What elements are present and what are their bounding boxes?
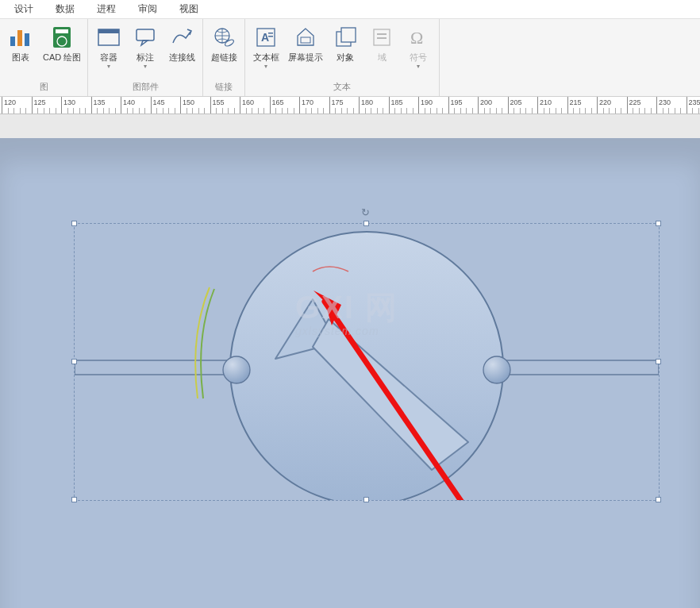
svg-rect-17: [341, 28, 356, 42]
ruler-tick: 195: [448, 97, 449, 114]
tab-review[interactable]: 审阅: [127, 0, 168, 19]
callout-button[interactable]: 标注 ▾: [129, 22, 161, 71]
ruler-tick: 205: [508, 97, 509, 114]
callout-icon: [132, 24, 159, 51]
symbol-button[interactable]: Ω 符号 ▾: [402, 22, 434, 71]
resize-handle-br[interactable]: [656, 497, 661, 502]
cad-label: CAD 绘图: [43, 52, 81, 62]
ruler-tick: 170: [299, 97, 300, 114]
svg-rect-13: [268, 33, 273, 34]
svg-rect-8: [137, 29, 154, 40]
object-button[interactable]: 对象: [329, 22, 361, 63]
ruler-tick: 180: [359, 97, 360, 114]
ruler-tick: 155: [210, 97, 211, 114]
container-label: 容器: [100, 52, 117, 62]
chevron-down-icon: ▾: [144, 63, 147, 70]
ruler-tick: 185: [389, 97, 390, 114]
connector-icon: [168, 24, 195, 51]
svg-text:Ω: Ω: [410, 28, 423, 48]
ruler-tick: 225: [627, 97, 628, 114]
textbox-icon: A: [252, 24, 279, 51]
tab-process[interactable]: 进程: [86, 0, 127, 19]
chevron-down-icon: ▾: [264, 63, 267, 70]
svg-rect-19: [377, 33, 387, 35]
ruler-tick: 130: [61, 97, 62, 114]
symbol-label: 符号: [410, 52, 427, 62]
ruler-tick: 190: [418, 97, 419, 114]
ribbon-group-parts: 容器 ▾ 标注 ▾ 连接线 图部件: [88, 19, 203, 96]
cad-icon: [48, 24, 75, 51]
chevron-down-icon: ▾: [107, 63, 110, 70]
field-icon: [368, 24, 395, 51]
chart-icon: [7, 24, 34, 51]
ruler-tick: 165: [270, 97, 271, 114]
screentip-button[interactable]: 屏幕提示: [287, 22, 325, 63]
connector-label: 连接线: [169, 52, 195, 62]
callout-label: 标注: [137, 52, 154, 62]
textbox-label: 文本框: [253, 52, 279, 62]
ribbon-group-diagram: 图表 CAD 绘图 图: [0, 19, 88, 96]
tab-view[interactable]: 视图: [168, 0, 210, 19]
hyperlink-label: 超链接: [211, 52, 237, 62]
cad-button[interactable]: CAD 绘图: [41, 22, 83, 63]
ruler-tick: 145: [151, 97, 152, 114]
ribbon-group-text-title: 文本: [250, 81, 434, 94]
resize-handle-ml[interactable]: [71, 359, 77, 364]
tab-data[interactable]: 数据: [44, 0, 86, 19]
tab-design[interactable]: 设计: [3, 0, 44, 19]
connector-button[interactable]: 连接线: [166, 22, 198, 63]
svg-rect-14: [268, 36, 273, 37]
screentip-label: 屏幕提示: [288, 52, 323, 62]
ribbon-group-link: 超链接 链接: [203, 19, 245, 96]
ruler-tick: 150: [180, 97, 181, 114]
canvas-area[interactable]: GXI 网 gxlsystem.com ↻: [0, 114, 700, 608]
object-label: 对象: [337, 52, 354, 62]
svg-rect-0: [10, 37, 15, 46]
svg-rect-1: [17, 30, 22, 46]
resize-handle-tr[interactable]: [656, 221, 661, 226]
resize-handle-bm[interactable]: [363, 497, 369, 502]
svg-rect-15: [301, 37, 310, 43]
chevron-down-icon: ▾: [417, 63, 420, 70]
ruler-tick: 175: [329, 97, 330, 114]
ruler-tick: 235: [687, 97, 687, 114]
ribbon-group-text: A 文本框 ▾ 屏幕提示 对象 域: [245, 19, 440, 96]
container-button[interactable]: 容器 ▾: [93, 22, 125, 71]
object-icon: [332, 24, 359, 51]
resize-handle-tl[interactable]: [71, 221, 77, 226]
ruler-tick: 220: [597, 97, 598, 114]
ruler-tick: 140: [121, 97, 121, 114]
horizontal-ruler[interactable]: 1201251301351401451501551601651701751801…: [0, 97, 700, 114]
field-label: 域: [378, 52, 387, 62]
ruler-tick: 200: [478, 97, 479, 114]
ribbon-group-parts-title: 图部件: [93, 81, 198, 94]
container-icon: [95, 24, 122, 51]
hyperlink-button[interactable]: 超链接: [208, 22, 240, 63]
svg-rect-2: [25, 33, 29, 46]
chart-button[interactable]: 图表: [5, 22, 37, 63]
svg-rect-7: [98, 29, 119, 33]
ruler-tick: 120: [2, 97, 2, 114]
svg-rect-4: [56, 29, 68, 33]
field-button[interactable]: 域: [366, 22, 398, 63]
globe-link-icon: [210, 24, 237, 51]
ribbon: 图表 CAD 绘图 图 容器 ▾: [0, 19, 700, 97]
menu-tabs: 设计 数据 进程 审阅 视图: [0, 0, 700, 19]
ruler-tick: 135: [91, 97, 92, 114]
ruler-tick: 215: [567, 97, 568, 114]
rotate-handle[interactable]: ↻: [361, 206, 372, 217]
resize-handle-mr[interactable]: [656, 359, 661, 364]
ruler-tick: 160: [240, 97, 240, 114]
resize-handle-bl[interactable]: [71, 497, 77, 502]
ruler-tick: 125: [32, 97, 33, 114]
resize-handle-tm[interactable]: [363, 221, 369, 226]
svg-text:A: A: [261, 31, 269, 44]
drawing-page[interactable]: GXI 网 gxlsystem.com ↻: [0, 138, 700, 608]
screentip-icon: [292, 24, 319, 51]
selection-frame[interactable]: ↻: [75, 224, 659, 500]
omega-icon: Ω: [405, 24, 432, 51]
chart-label: 图表: [12, 52, 29, 62]
svg-rect-20: [377, 37, 387, 39]
textbox-button[interactable]: A 文本框 ▾: [250, 22, 282, 71]
ribbon-group-link-title: 链接: [208, 81, 240, 94]
